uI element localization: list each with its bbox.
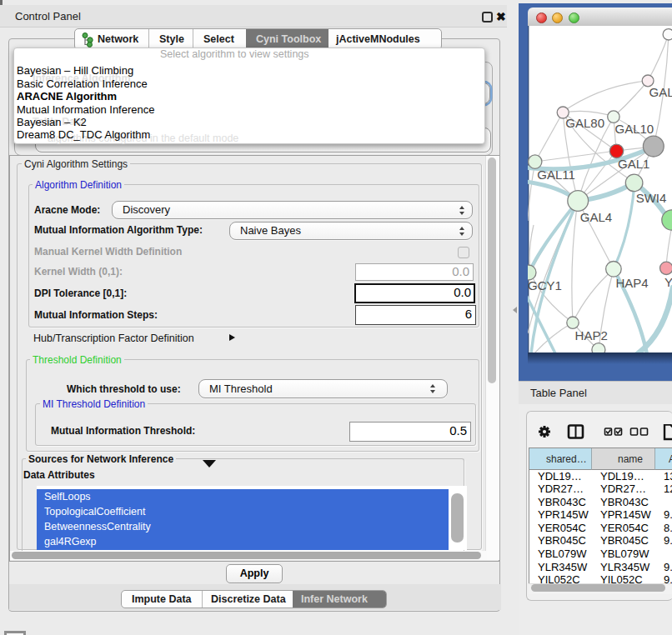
svg-text:GAL80: GAL80	[565, 116, 604, 130]
svg-text:GAL: GAL	[649, 85, 672, 99]
svg-text:HAP2: HAP2	[575, 328, 608, 342]
svg-text:GAL4: GAL4	[580, 210, 612, 224]
svg-text:Y: Y	[664, 275, 672, 289]
svg-text:GCY1: GCY1	[528, 278, 562, 292]
svg-text:GAL1: GAL1	[618, 157, 649, 171]
svg-text:GAL11: GAL11	[537, 168, 575, 182]
svg-text:HAP4: HAP4	[616, 276, 649, 290]
svg-text:GAL10: GAL10	[615, 122, 654, 136]
svg-text:SWI4: SWI4	[636, 191, 667, 205]
